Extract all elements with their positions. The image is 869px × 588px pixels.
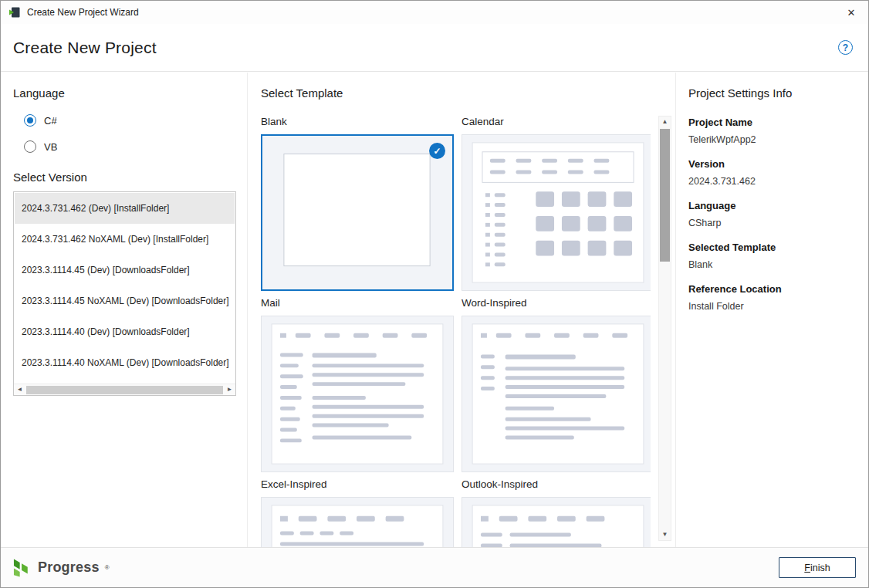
language-label: Language xyxy=(13,86,247,100)
version-item-label: 2023.3.1114.45 NoXAML (Dev) [DownloadsFo… xyxy=(22,296,229,306)
template-card-label: Calendar xyxy=(462,116,651,127)
settings-field: Selected Template Blank xyxy=(688,242,868,270)
close-icon[interactable]: ✕ xyxy=(834,1,868,24)
radio-icon xyxy=(24,114,36,127)
settings-field-label: Language xyxy=(688,200,868,211)
template-preview xyxy=(462,135,651,290)
template-card[interactable] xyxy=(462,316,651,472)
settings-field-value: CSharp xyxy=(688,218,868,228)
scroll-right-icon[interactable]: ► xyxy=(224,387,235,393)
template-preview xyxy=(262,136,452,289)
template-card-label: Word-Inspired xyxy=(462,297,651,309)
registered-mark: ® xyxy=(105,564,110,571)
template-cell: Excel-Inspired xyxy=(261,478,454,547)
scroll-down-icon[interactable]: ▼ xyxy=(659,529,671,540)
horizontal-scrollbar-thumb[interactable] xyxy=(26,386,223,394)
window-title: Create New Project Wizard xyxy=(27,7,139,18)
language-options: C# VB xyxy=(13,107,247,160)
radio-label: C# xyxy=(44,115,57,127)
version-list-items: 2024.3.731.462 (Dev) [InstallFolder] 202… xyxy=(15,193,235,378)
version-item[interactable]: 2024.3.731.462 NoXAML (Dev) [InstallFold… xyxy=(15,224,235,255)
radio-icon xyxy=(24,140,36,153)
finish-button[interactable]: Finish xyxy=(779,557,856,578)
finish-button-label: Finish xyxy=(804,563,830,573)
settings-field: Version 2024.3.731.462 xyxy=(688,158,868,187)
version-item-label: 2023.3.1114.40 NoXAML (Dev) [DownloadsFo… xyxy=(22,357,229,368)
template-scroll-area: Blank ✓ Calendar xyxy=(261,116,651,547)
settings-fields: Project Name TelerikWpfApp2 Version 2024… xyxy=(688,117,868,312)
selected-check-icon: ✓ xyxy=(429,143,445,159)
template-preview xyxy=(262,316,453,471)
progress-logo: Progress ® xyxy=(13,558,110,578)
template-card[interactable] xyxy=(261,316,454,472)
template-card[interactable] xyxy=(462,134,651,291)
settings-field: Reference Location Install Folder xyxy=(688,283,868,312)
select-template-label: Select Template xyxy=(261,86,675,100)
select-version-label: Select Version xyxy=(13,171,247,184)
settings-field-label: Version xyxy=(688,158,868,170)
main-content: Language C# VB Select Version 2024.3.731… xyxy=(1,73,868,547)
settings-title: Project Settings Info xyxy=(688,86,868,100)
settings-field: Project Name TelerikWpfApp2 xyxy=(688,117,868,145)
left-panel: Language C# VB Select Version 2024.3.731… xyxy=(1,73,248,547)
settings-field-label: Reference Location xyxy=(688,283,868,295)
create-new-project-wizard-window: Create New Project Wizard ✕ Create New P… xyxy=(0,0,869,588)
template-card-label: Blank xyxy=(261,116,454,127)
version-item-label: 2023.3.1114.45 (Dev) [DownloadsFolder] xyxy=(22,265,190,275)
version-item-label: 2024.3.731.462 (Dev) [InstallFolder] xyxy=(22,203,169,214)
template-card[interactable]: ✓ xyxy=(261,134,454,291)
template-cell: Word-Inspired xyxy=(462,297,651,472)
scroll-left-icon[interactable]: ◄ xyxy=(14,387,25,393)
version-section: Select Version 2024.3.731.462 (Dev) [Ins… xyxy=(13,171,247,396)
settings-field-label: Project Name xyxy=(688,117,868,128)
header: Create New Project ? xyxy=(1,24,868,72)
template-card[interactable] xyxy=(261,497,454,547)
version-item[interactable]: 2024.3.731.462 (Dev) [InstallFolder] xyxy=(15,193,235,224)
template-preview xyxy=(262,498,453,547)
template-panel: Select Template Blank ✓ Calendar xyxy=(248,73,676,547)
app-icon xyxy=(8,6,21,19)
footer: Progress ® Finish xyxy=(1,547,868,587)
settings-field-value: 2024.3.731.462 xyxy=(688,176,868,187)
settings-field: Language CSharp xyxy=(688,200,868,228)
template-card-label: Mail xyxy=(261,297,454,309)
template-card[interactable] xyxy=(462,497,651,547)
settings-panel: Project Settings Info Project Name Teler… xyxy=(676,73,868,547)
template-cell: Outlook-Inspired xyxy=(462,478,651,547)
language-radio[interactable]: C# xyxy=(24,107,247,133)
settings-field-value: Blank xyxy=(688,259,868,270)
template-cell: Blank ✓ xyxy=(261,116,454,291)
template-cell: Mail xyxy=(261,297,454,472)
vertical-scrollbar[interactable]: ▲ ▼ xyxy=(658,116,671,541)
scroll-up-icon[interactable]: ▲ xyxy=(659,117,671,127)
titlebar: Create New Project Wizard ✕ xyxy=(1,1,868,24)
settings-field-value: TelerikWpfApp2 xyxy=(688,134,868,145)
template-cell: Calendar xyxy=(462,116,651,291)
page-title: Create New Project xyxy=(13,39,157,57)
help-icon[interactable]: ? xyxy=(838,40,853,55)
template-grid: Blank ✓ Calendar xyxy=(261,116,651,547)
language-radio[interactable]: VB xyxy=(24,133,247,160)
version-item[interactable]: 2023.3.1114.40 (Dev) [DownloadsFolder] xyxy=(15,316,235,347)
vertical-scrollbar-thumb[interactable] xyxy=(660,129,670,262)
version-list: 2024.3.731.462 (Dev) [InstallFolder] 202… xyxy=(13,191,236,396)
version-item-label: 2024.3.731.462 NoXAML (Dev) [InstallFold… xyxy=(22,234,208,245)
version-item[interactable]: 2023.3.1114.40 NoXAML (Dev) [DownloadsFo… xyxy=(15,347,235,378)
horizontal-scrollbar[interactable]: ◄ ► xyxy=(14,384,235,395)
template-preview xyxy=(462,316,651,471)
template-preview xyxy=(462,498,651,547)
settings-field-value: Install Folder xyxy=(688,301,868,312)
template-card-label: Outlook-Inspired xyxy=(462,478,651,490)
version-item-label: 2023.3.1114.40 (Dev) [DownloadsFolder] xyxy=(22,326,190,337)
progress-logo-text: Progress xyxy=(38,559,100,576)
progress-logo-icon xyxy=(13,558,32,578)
settings-field-label: Selected Template xyxy=(688,242,868,253)
vertical-scrollbar-track[interactable] xyxy=(659,127,671,529)
version-item[interactable]: 2023.3.1114.45 NoXAML (Dev) [DownloadsFo… xyxy=(15,286,235,316)
template-card-label: Excel-Inspired xyxy=(261,478,454,490)
version-item[interactable]: 2023.3.1114.45 (Dev) [DownloadsFolder] xyxy=(15,255,235,286)
radio-label: VB xyxy=(44,141,57,153)
